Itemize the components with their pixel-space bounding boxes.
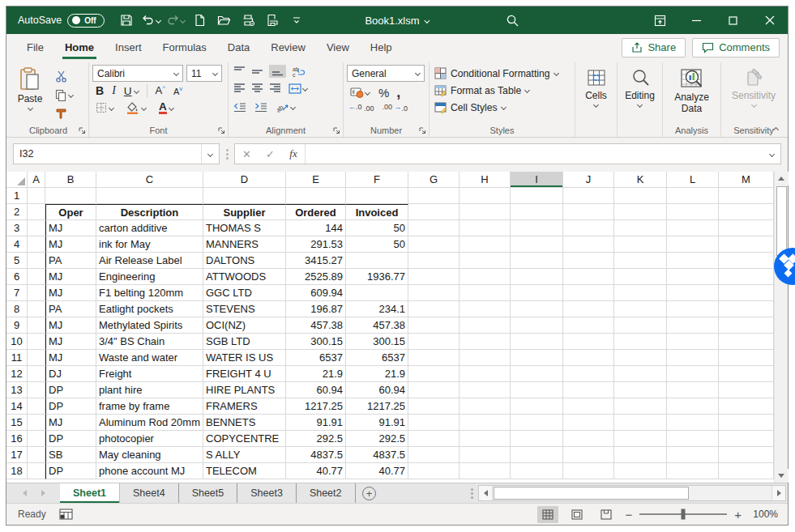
formula-bar-splitter[interactable] bbox=[220, 149, 234, 160]
cell-K16[interactable] bbox=[614, 431, 667, 447]
editing-button[interactable]: Editing bbox=[621, 65, 659, 107]
underline-dropdown-icon[interactable] bbox=[134, 87, 139, 93]
cell-A8[interactable] bbox=[28, 301, 45, 317]
cell-J8[interactable] bbox=[563, 301, 614, 317]
cell-G13[interactable] bbox=[408, 382, 459, 398]
cell-A12[interactable] bbox=[28, 366, 45, 382]
cell-F2[interactable]: Invoiced bbox=[346, 204, 408, 220]
column-header-D[interactable]: D bbox=[203, 172, 286, 188]
alignment-dialog-launcher[interactable] bbox=[332, 126, 340, 134]
select-all-corner[interactable] bbox=[6, 172, 28, 188]
row-header-5[interactable]: 5 bbox=[6, 253, 28, 269]
name-box-dropdown[interactable] bbox=[201, 144, 219, 164]
cell-B4[interactable]: MJ bbox=[45, 236, 96, 253]
cell-C5[interactable]: Air Release Label bbox=[96, 253, 203, 269]
cell-D17[interactable]: S ALLY bbox=[203, 447, 286, 463]
top-align-button[interactable] bbox=[233, 66, 246, 77]
cell-C3[interactable]: carton additive bbox=[96, 220, 203, 236]
fill-color-button[interactable] bbox=[125, 100, 147, 116]
cell-L11[interactable] bbox=[667, 350, 719, 366]
cell-F1[interactable] bbox=[346, 188, 408, 204]
cell-E5[interactable]: 3415.27 bbox=[286, 253, 346, 269]
cell-K13[interactable] bbox=[614, 382, 667, 398]
cell-H14[interactable] bbox=[459, 398, 511, 415]
cell-B12[interactable]: DJ bbox=[45, 366, 96, 382]
column-header-K[interactable]: K bbox=[614, 172, 667, 188]
cell-F8[interactable]: 234.1 bbox=[346, 301, 408, 317]
cell-C8[interactable]: Eatlight pockets bbox=[96, 301, 203, 317]
cell-I16[interactable] bbox=[511, 431, 563, 447]
cell-D15[interactable]: BENNETS bbox=[203, 415, 286, 431]
cell-L8[interactable] bbox=[667, 301, 719, 317]
borders-dropdown-icon[interactable] bbox=[109, 104, 114, 110]
cell-K9[interactable] bbox=[614, 317, 667, 334]
cell-M14[interactable] bbox=[719, 398, 774, 415]
cell-J9[interactable] bbox=[563, 317, 614, 334]
cell-I10[interactable] bbox=[511, 334, 563, 350]
underline-button[interactable]: U bbox=[124, 85, 139, 97]
font-name-select[interactable]: Calibri bbox=[92, 65, 183, 82]
cell-D1[interactable] bbox=[203, 188, 286, 204]
cell-I3[interactable] bbox=[511, 220, 563, 236]
format-as-table-button[interactable]: Format as Table bbox=[433, 82, 571, 99]
macro-record-button[interactable] bbox=[59, 509, 73, 520]
horizontal-scrollbar[interactable] bbox=[478, 485, 786, 501]
middle-align-button[interactable] bbox=[251, 66, 263, 77]
comma-style-button[interactable]: , bbox=[396, 88, 400, 96]
row-header-3[interactable]: 3 bbox=[6, 220, 28, 236]
paste-button[interactable]: Paste bbox=[11, 65, 49, 124]
cell-I11[interactable] bbox=[511, 350, 563, 366]
zoom-slider-thumb[interactable] bbox=[682, 509, 686, 520]
cell-B2[interactable]: Oper bbox=[45, 204, 96, 220]
cell-D11[interactable]: WATER IS US bbox=[203, 350, 286, 366]
align-left-button[interactable] bbox=[233, 83, 246, 94]
cell-K14[interactable] bbox=[614, 398, 667, 415]
cell-M17[interactable] bbox=[719, 447, 774, 463]
cell-C12[interactable]: Freight bbox=[96, 366, 203, 382]
cell-F18[interactable]: 40.77 bbox=[346, 463, 408, 479]
horizontal-scrollbar-thumb[interactable] bbox=[494, 487, 689, 500]
cell-A13[interactable] bbox=[28, 382, 45, 398]
new-file-button[interactable] bbox=[189, 11, 210, 30]
cell-J12[interactable] bbox=[563, 366, 614, 382]
increase-font-size-button[interactable]: A^ bbox=[156, 84, 165, 96]
cell-D9[interactable]: OCI(NZ) bbox=[203, 317, 286, 334]
accounting-dropdown-icon[interactable] bbox=[365, 89, 370, 95]
cell-M12[interactable] bbox=[719, 366, 774, 382]
cell-A17[interactable] bbox=[28, 447, 45, 463]
cell-A15[interactable] bbox=[28, 415, 45, 431]
expand-formula-bar-button[interactable] bbox=[763, 152, 780, 156]
cell-I8[interactable] bbox=[511, 301, 563, 317]
cell-L16[interactable] bbox=[667, 431, 719, 447]
cell-M6[interactable] bbox=[719, 269, 774, 285]
column-header-I[interactable]: I bbox=[511, 172, 563, 188]
cell-H18[interactable] bbox=[459, 463, 511, 479]
column-header-A[interactable]: A bbox=[28, 172, 45, 188]
sheet-tab-sheet2[interactable]: Sheet2 bbox=[297, 483, 356, 503]
clipboard-dialog-launcher[interactable] bbox=[78, 126, 86, 134]
cell-I4[interactable] bbox=[511, 236, 563, 253]
cell-E3[interactable]: 144 bbox=[286, 220, 346, 236]
cell-M13[interactable] bbox=[719, 382, 774, 398]
row-header-13[interactable]: 13 bbox=[6, 382, 28, 398]
cell-K11[interactable] bbox=[614, 350, 667, 366]
cell-A16[interactable] bbox=[28, 431, 45, 447]
paste-dropdown-icon[interactable] bbox=[27, 105, 32, 111]
align-center-button[interactable] bbox=[251, 83, 263, 94]
minimize-button[interactable] bbox=[678, 6, 715, 34]
cell-F3[interactable]: 50 bbox=[346, 220, 408, 236]
cell-K17[interactable] bbox=[614, 447, 667, 463]
column-header-B[interactable]: B bbox=[45, 172, 96, 188]
column-header-M[interactable]: M bbox=[719, 172, 774, 188]
ribbon-tab-insert[interactable]: Insert bbox=[105, 34, 152, 61]
cell-F7[interactable] bbox=[346, 285, 408, 301]
cell-D14[interactable]: FRAMERS bbox=[203, 398, 286, 415]
cell-L10[interactable] bbox=[667, 334, 719, 350]
cell-G12[interactable] bbox=[408, 366, 459, 382]
bottom-align-button[interactable] bbox=[269, 65, 286, 78]
cell-M8[interactable] bbox=[719, 301, 774, 317]
cell-K5[interactable] bbox=[614, 253, 667, 269]
cell-F6[interactable]: 1936.77 bbox=[346, 269, 408, 285]
cell-G10[interactable] bbox=[408, 334, 459, 350]
page-break-preview-button[interactable] bbox=[596, 506, 617, 523]
